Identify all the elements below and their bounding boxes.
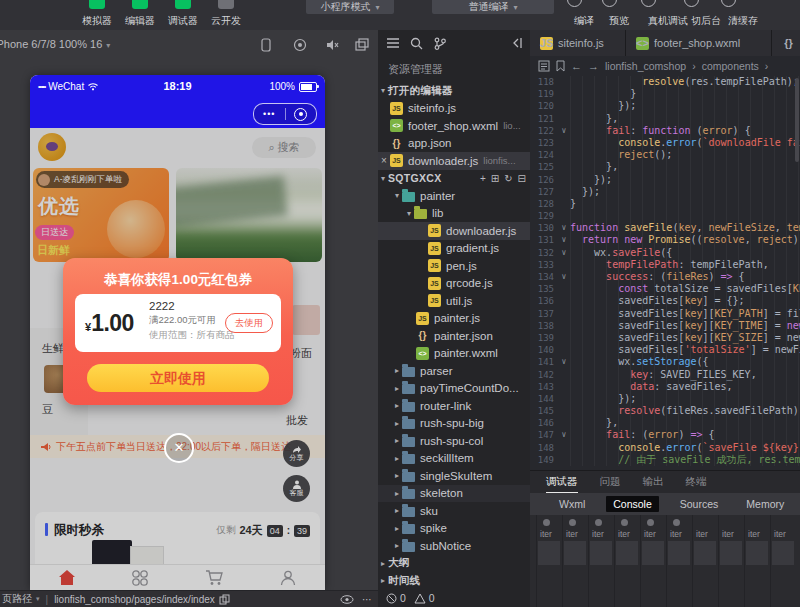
tree-item-seckillItem[interactable]: ▸seckillItem bbox=[378, 450, 530, 468]
more-options-icon[interactable]: ⋯ bbox=[362, 594, 372, 605]
code-line-145[interactable]: 145 resolve(fileRes.savedFilePath); bbox=[530, 405, 800, 417]
code-line-142[interactable]: 142 key: SAVED_FILES_KEY, bbox=[530, 369, 800, 381]
fold-icon[interactable]: ∨ bbox=[558, 247, 570, 259]
console-column[interactable]: iter bbox=[744, 515, 770, 607]
tree-item-painter[interactable]: ▾painter bbox=[378, 187, 530, 205]
fold-icon[interactable]: ∨ bbox=[558, 356, 570, 368]
more-menu-icon[interactable]: ••• bbox=[254, 109, 285, 119]
open-editor-item[interactable]: {}app.json bbox=[378, 135, 530, 153]
editor-tab-siteinfo.js[interactable]: JSsiteinfo.js bbox=[530, 30, 626, 56]
section-header-SQTGXCX[interactable]: ▾SQTGXCX+⊞↻⊟ bbox=[378, 170, 530, 188]
mute-icon[interactable] bbox=[324, 38, 340, 52]
editor-tab-footer_shop.wxml[interactable]: <>footer_shop.wxml bbox=[626, 30, 772, 56]
code-line-133[interactable]: 133 tempFilePath: tempFilePath, bbox=[530, 259, 800, 271]
code-line-132[interactable]: 132∨ wx.saveFile({ bbox=[530, 247, 800, 259]
tree-item-payTimeCountDo...[interactable]: ▸payTimeCountDo... bbox=[378, 380, 530, 398]
project-actions[interactable]: +⊞↻⊟ bbox=[480, 170, 526, 188]
collapse-panel-icon[interactable] bbox=[510, 37, 523, 49]
tree-item-singleSkuItem[interactable]: ▸singleSkuItem bbox=[378, 467, 530, 485]
collapse-all-icon[interactable]: ⊟ bbox=[518, 173, 526, 184]
tree-item-painter.json[interactable]: {}painter.json bbox=[378, 327, 530, 345]
code-line-124[interactable]: 124 reject(); bbox=[530, 149, 800, 161]
section-header-打开的编辑器[interactable]: ▾打开的编辑器 bbox=[378, 82, 530, 100]
menu-icon[interactable] bbox=[386, 37, 400, 49]
editor-tab-app.json[interactable]: {}app.json bbox=[772, 30, 800, 56]
tree-item-rush-spu-big[interactable]: ▸rush-spu-big bbox=[378, 415, 530, 433]
editor-scrollbar[interactable] bbox=[795, 78, 799, 162]
code-line-125[interactable]: 125 }, bbox=[530, 161, 800, 173]
code-line-135[interactable]: 135 const totalSize = savedFiles[KEY_TOT… bbox=[530, 283, 800, 295]
tree-item-parser[interactable]: ▸parser bbox=[378, 362, 530, 380]
code-line-128[interactable]: 128} bbox=[530, 198, 800, 210]
tree-item-util.js[interactable]: JSutil.js bbox=[378, 292, 530, 310]
toolbar-button-模拟器[interactable]: 模拟器 bbox=[75, 0, 119, 30]
code-line-147[interactable]: 147∨ fail: (error) => { bbox=[530, 429, 800, 441]
console-column[interactable]: iter bbox=[536, 515, 562, 607]
console-content[interactable]: iteriteriteriteriteriteriteriteriteriter bbox=[530, 515, 800, 607]
close-icon[interactable]: × bbox=[378, 155, 390, 166]
code-line-122[interactable]: 122∨ fail: function (error) { bbox=[530, 125, 800, 137]
tree-item-painter.wxml[interactable]: <>painter.wxml bbox=[378, 345, 530, 363]
panel-tab-问题[interactable]: 问题 bbox=[600, 475, 621, 489]
use-now-button[interactable]: 立即使用 bbox=[87, 364, 269, 392]
code-line-118[interactable]: 118 resolve(res.tempFilePath); bbox=[530, 76, 800, 88]
breadcrumb-project[interactable]: lionfish_comshop bbox=[605, 60, 686, 72]
git-branch-icon[interactable] bbox=[434, 37, 446, 50]
bookmark-icon[interactable] bbox=[556, 60, 565, 72]
toolbar-button-云开发[interactable]: 云开发 bbox=[204, 0, 248, 30]
code-line-143[interactable]: 143 data: savedFiles, bbox=[530, 381, 800, 393]
search-icon[interactable] bbox=[410, 37, 423, 50]
code-line-119[interactable]: 119 } bbox=[530, 88, 800, 100]
console-column[interactable]: iter bbox=[614, 515, 640, 607]
devtools-tab-Sources[interactable]: Sources bbox=[673, 496, 726, 512]
code-line-134[interactable]: 134∨ success: (fileRes) => { bbox=[530, 271, 800, 283]
record-icon[interactable] bbox=[292, 38, 308, 52]
console-column[interactable]: iter bbox=[692, 515, 718, 607]
tree-item-rush-spu-col[interactable]: ▸rush-spu-col bbox=[378, 432, 530, 450]
tree-item-downloader.js[interactable]: JSdownloader.js bbox=[378, 222, 530, 240]
chevron-down-icon[interactable]: ▾ bbox=[36, 595, 40, 603]
devtools-tab-Wxml[interactable]: Wxml bbox=[552, 496, 592, 512]
eye-icon[interactable] bbox=[340, 595, 354, 604]
fold-icon[interactable]: ∨ bbox=[558, 271, 570, 283]
code-area[interactable]: 118 resolve(res.tempFilePath);119 }120 }… bbox=[530, 76, 800, 470]
exit-miniprogram-icon[interactable] bbox=[286, 108, 317, 121]
back-icon[interactable]: ← bbox=[571, 60, 582, 72]
code-line-139[interactable]: 139 savedFiles[key][KEY_SIZE] = newFileS… bbox=[530, 332, 800, 344]
code-line-146[interactable]: 146 }, bbox=[530, 417, 800, 429]
fold-icon[interactable]: ∨ bbox=[558, 222, 570, 234]
code-line-126[interactable]: 126 }); bbox=[530, 174, 800, 186]
panel-tab-终端[interactable]: 终端 bbox=[686, 475, 707, 489]
tree-item-painter.js[interactable]: JSpainter.js bbox=[378, 310, 530, 328]
tree-item-router-link[interactable]: ▸router-link bbox=[378, 397, 530, 415]
tree-item-skeleton[interactable]: ▸skeleton bbox=[378, 485, 530, 503]
panel-tab-输出[interactable]: 输出 bbox=[643, 475, 664, 489]
problems-status[interactable]: 0 0 bbox=[386, 592, 435, 604]
code-line-149[interactable]: 149 // 由于 saveFile 成功后, res.tempFilePath… bbox=[530, 454, 800, 466]
copy-icon[interactable] bbox=[219, 594, 230, 605]
code-line-140[interactable]: 140 savedFiles['totalSize'] = newFileSiz… bbox=[530, 344, 800, 356]
devtools-tab-Console[interactable]: Console bbox=[606, 496, 659, 512]
code-line-121[interactable]: 121 }, bbox=[530, 113, 800, 125]
section-header-outline[interactable]: ▸大纲 bbox=[378, 555, 530, 573]
fold-icon[interactable]: ∨ bbox=[558, 234, 570, 246]
breadcrumb[interactable]: ← → lionfish_comshop › components › bbox=[530, 56, 800, 76]
refresh-icon[interactable]: ↻ bbox=[504, 173, 512, 184]
code-line-148[interactable]: 148 console.error(`saveFile ${key} faile… bbox=[530, 442, 800, 454]
code-line-123[interactable]: 123 console.error(`downloadFile failed, … bbox=[530, 137, 800, 149]
console-column[interactable]: iter bbox=[666, 515, 692, 607]
toolbar-button-编辑器[interactable]: 编辑器 bbox=[118, 0, 162, 30]
wechat-capsule[interactable]: ••• bbox=[253, 103, 317, 125]
tree-item-lib[interactable]: ▾lib bbox=[378, 205, 530, 223]
open-editor-item[interactable]: ×JSdownloader.jslionfis... bbox=[378, 152, 530, 170]
code-line-144[interactable]: 144 }); bbox=[530, 393, 800, 405]
tree-item-pen.js[interactable]: JSpen.js bbox=[378, 257, 530, 275]
section-header-timeline[interactable]: ▸时间线 bbox=[378, 572, 530, 590]
new-file-icon[interactable]: + bbox=[480, 173, 486, 184]
console-column[interactable]: iter bbox=[640, 515, 666, 607]
fold-icon[interactable]: ∨ bbox=[558, 125, 570, 137]
mini-program-mode-dropdown[interactable]: 小程序模式▾ bbox=[306, 0, 394, 14]
code-line-120[interactable]: 120 }); bbox=[530, 100, 800, 112]
forward-icon[interactable]: → bbox=[588, 60, 599, 72]
code-line-138[interactable]: 138 savedFiles[key][KEY_TIME] = new Date… bbox=[530, 320, 800, 332]
